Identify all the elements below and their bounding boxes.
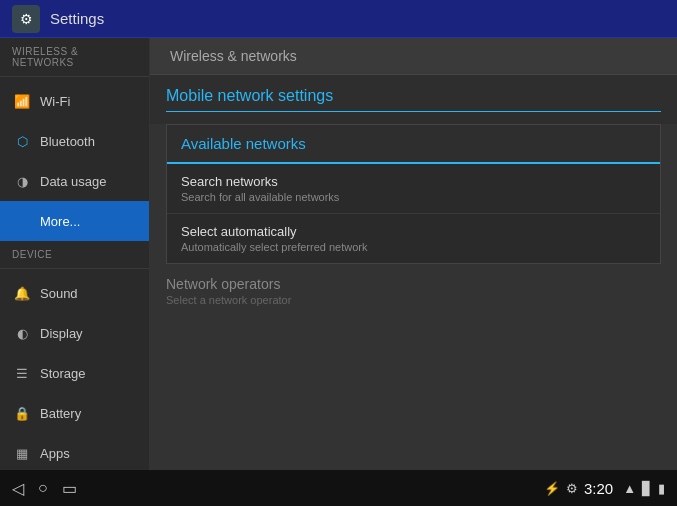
content-breadcrumb: Wireless & networks	[150, 38, 677, 75]
sidebar-label-sound: Sound	[40, 286, 78, 301]
sidebar-label-battery: Battery	[40, 406, 81, 421]
more-icon	[12, 211, 32, 231]
sidebar-item-display[interactable]: ◐ Display	[0, 313, 149, 353]
app-icon: ⚙	[12, 5, 40, 33]
wifi-icon: 📶	[12, 91, 32, 111]
usb-icon: ⚡	[544, 481, 560, 496]
select-auto-desc: Automatically select preferred network	[181, 241, 646, 253]
content-area: Wireless & networks Mobile network setti…	[150, 38, 677, 470]
select-auto-title: Select automatically	[181, 224, 646, 239]
available-networks-panel: Available networks Search networks Searc…	[166, 124, 661, 264]
network-option-search[interactable]: Search networks Search for all available…	[167, 164, 660, 214]
network-option-auto[interactable]: Select automatically Automatically selec…	[167, 214, 660, 263]
recents-icon[interactable]: ▭	[62, 479, 77, 498]
sidebar-item-more[interactable]: More...	[0, 201, 149, 241]
search-networks-title: Search networks	[181, 174, 646, 189]
sidebar-label-data-usage: Data usage	[40, 174, 107, 189]
title-bar: ⚙ Settings	[0, 0, 677, 38]
mobile-network-title: Mobile network settings	[166, 87, 661, 112]
status-bar: ◁ ○ ▭ ⚡ ⚙ 3:20 ▲ ▊ ▮	[0, 470, 677, 506]
app-title: Settings	[50, 10, 104, 27]
network-operators-title: Network operators	[166, 276, 661, 292]
storage-icon: ☰	[12, 363, 32, 383]
available-networks-header: Available networks	[167, 125, 660, 164]
back-icon[interactable]: ◁	[12, 479, 24, 498]
sidebar-item-sound[interactable]: 🔔 Sound	[0, 273, 149, 313]
settings-status-icon: ⚙	[566, 481, 578, 496]
wifi-status-icon: ▲	[623, 481, 636, 496]
clock: 3:20	[584, 480, 613, 497]
home-icon[interactable]: ○	[38, 479, 48, 497]
sidebar-label-bluetooth: Bluetooth	[40, 134, 95, 149]
apps-icon: ▦	[12, 443, 32, 463]
sidebar-label-more: More...	[40, 214, 80, 229]
signal-icon: ▊	[642, 481, 652, 496]
sidebar-item-storage[interactable]: ☰ Storage	[0, 353, 149, 393]
sidebar-item-battery[interactable]: 🔒 Battery	[0, 393, 149, 433]
mobile-network-settings: Mobile network settings	[150, 75, 677, 124]
section-header-device: DEVICE	[0, 241, 149, 264]
network-operators-subtitle: Select a network operator	[166, 294, 661, 306]
battery-status-icon: ▮	[658, 481, 665, 496]
main-layout: WIRELESS & NETWORKS 📶 Wi-Fi ⬡ Bluetooth …	[0, 38, 677, 470]
sidebar-label-display: Display	[40, 326, 83, 341]
sidebar-label-apps: Apps	[40, 446, 70, 461]
system-icons: ⚡ ⚙ 3:20 ▲ ▊ ▮	[544, 480, 665, 497]
search-networks-desc: Search for all available networks	[181, 191, 646, 203]
data-usage-icon: ◑	[12, 171, 32, 191]
section-header-wireless: WIRELESS & NETWORKS	[0, 38, 149, 72]
sidebar-item-apps[interactable]: ▦ Apps	[0, 433, 149, 470]
divider-2	[0, 268, 149, 269]
bluetooth-icon: ⬡	[12, 131, 32, 151]
divider	[0, 76, 149, 77]
sidebar-label-storage: Storage	[40, 366, 86, 381]
display-icon: ◐	[12, 323, 32, 343]
sidebar: WIRELESS & NETWORKS 📶 Wi-Fi ⬡ Bluetooth …	[0, 38, 150, 470]
sidebar-label-wifi: Wi-Fi	[40, 94, 70, 109]
sound-icon: 🔔	[12, 283, 32, 303]
network-operators-section: Network operators Select a network opera…	[150, 264, 677, 318]
sidebar-item-data-usage[interactable]: ◑ Data usage	[0, 161, 149, 201]
sidebar-item-bluetooth[interactable]: ⬡ Bluetooth	[0, 121, 149, 161]
sidebar-item-wifi[interactable]: 📶 Wi-Fi	[0, 81, 149, 121]
battery-icon: 🔒	[12, 403, 32, 423]
nav-icons: ◁ ○ ▭	[12, 479, 77, 498]
